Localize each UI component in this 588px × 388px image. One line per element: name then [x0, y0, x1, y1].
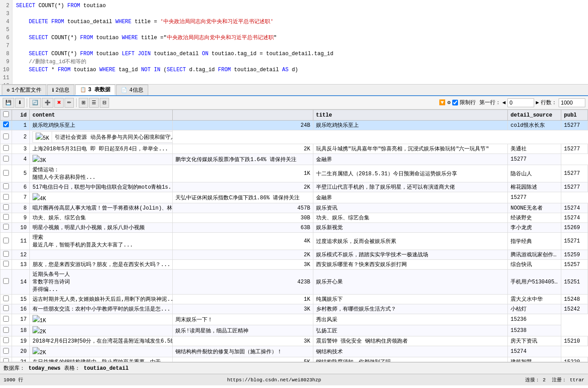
table-row[interactable]: 1 娱乐吃鸡快乐至上 24B 娱乐吃鸡快乐至上 cold恨水长东 15277 — [0, 121, 588, 130]
select-all-checkbox[interactable] — [3, 111, 9, 117]
table-row[interactable]: 17 1K 周末娱乐一下！ 秀出风采 15236 — [0, 314, 588, 325]
row-check-21[interactable] — [0, 357, 12, 363]
row-check-13[interactable] — [0, 260, 12, 270]
table-row[interactable]: 7 4K 天弘中证休闲娱乐指数C净值下跌1.86% 请保持关注 金融界 1527… — [0, 192, 588, 203]
row-id-11: 11 — [12, 233, 30, 250]
row-pub-13: 15257 — [561, 260, 588, 270]
row-check-7[interactable] — [0, 192, 12, 203]
row-check-11[interactable] — [0, 233, 12, 250]
table-row[interactable]: 20 2K 钢结构构件裂纹的修复与加固（施工操作）！ 钢结构技术 15274 — [0, 346, 588, 357]
table-row[interactable]: 12 2K 娱乐模式不娱乐，踏踏实实学学技术一极速战场 腾讯游戏玩家创作联盟 1… — [0, 250, 588, 260]
table-row[interactable]: 2 5K 引进社会资源 动员各界参与共同关心困境和留守儿童 南方日报 15277 — [0, 130, 588, 144]
row-check-8[interactable] — [0, 203, 12, 213]
data-table: id content title detail_source publ 1 娱乐… — [0, 109, 588, 362]
table-row[interactable]: 21 在日益增多的钢结构建筑中，防止腐蚀至关重要。由于... 5K 钢结构防腐须… — [0, 357, 588, 363]
table-row[interactable]: 14 近期头条号一人常数字符当诗词弄得编... 423B 娱乐开心果 手机用户5… — [0, 270, 588, 295]
row-check-12[interactable] — [0, 250, 12, 260]
table-row[interactable]: 16 有一些朋友交流：农村中小学教师平时的娱乐生活是怎... 3K 乡村教师，有… — [0, 304, 588, 314]
toolbar-btn-edit[interactable]: ✏ — [65, 98, 74, 108]
row-check-2[interactable] — [0, 130, 12, 144]
filter-rows-input[interactable] — [559, 98, 585, 107]
filter-start-input[interactable] — [507, 98, 534, 107]
row-check-9[interactable] — [0, 213, 12, 223]
row-check-4[interactable] — [0, 154, 12, 165]
row-check-17[interactable] — [0, 314, 12, 325]
tab-config[interactable]: ⚙ 1个配置文件 — [2, 85, 46, 95]
col-content-header[interactable]: content — [30, 110, 173, 121]
row-source-19: 房天下资讯 — [508, 336, 561, 346]
col-title-header[interactable]: title — [313, 110, 507, 121]
col-source-header[interactable]: detail_source — [508, 110, 561, 121]
toolbar-sep-1 — [27, 98, 27, 107]
col-pub-header[interactable]: publ — [561, 110, 588, 121]
col-check-header[interactable] — [0, 110, 12, 121]
table-icon: 📋 — [80, 87, 86, 93]
toolbar-btn-list[interactable]: ☰ — [89, 98, 99, 108]
toolbar-btn-1[interactable]: 💾 — [3, 98, 14, 108]
row-pub-9: 15274 — [561, 213, 588, 223]
row-content-7: 4K — [30, 192, 173, 203]
table-row[interactable]: 3 上海2018年5月31日电 即 即日起至6月4日，举举全... 2K 玩具反… — [0, 144, 588, 154]
toolbar-btn-delete[interactable]: ✖ — [54, 98, 64, 108]
row-check-19[interactable] — [0, 336, 12, 346]
table-row[interactable]: 18 2K 娱乐!读周星驰，细品工匠精神 弘扬工匠 15238 — [0, 325, 588, 336]
row-check-1[interactable] — [0, 121, 12, 130]
row-title-21: 钢结构防腐须知，你都做到了吗 — [313, 357, 507, 363]
code-content[interactable]: SELECT COUNT(*) FROM toutiao DELETE FROM… — [12, 0, 588, 84]
row-check-6[interactable] — [0, 182, 12, 192]
row-id-15: 15 — [12, 295, 30, 304]
row-source-5: 隐谷山人 — [508, 165, 561, 182]
prev-btn[interactable]: ◀ — [503, 99, 506, 106]
table-row[interactable]: 8 唱片圈再传高层人事大地震！曾一手将蔡依林(Jolin)、林俊... 457B… — [0, 203, 588, 213]
row-check-14[interactable] — [0, 270, 12, 295]
row-source-6: 榕花园陈述 — [508, 182, 561, 192]
row-source-7: 金融界 — [313, 192, 507, 203]
toolbar-btn-2[interactable]: ⬇ — [15, 98, 24, 108]
table-row[interactable]: 6 517电信日今日，联想与中国电信联合定制的moto青柚1s... 2K 半壁… — [0, 182, 588, 192]
row-check-5[interactable] — [0, 165, 12, 182]
next-btn[interactable]: ▶ — [536, 99, 539, 106]
row-check-16[interactable] — [0, 304, 12, 314]
col-size-header — [173, 110, 313, 121]
row-id-17: 17 — [12, 314, 30, 325]
table-row[interactable]: 5 爱情运动： 随猎人今天容易和异性... 1K 十二生肖属猎人（2018.5.… — [0, 165, 588, 182]
row-id-3: 3 — [12, 144, 30, 154]
row-check-3[interactable] — [0, 144, 12, 154]
table-row[interactable]: 13 朋友，您是来西安游玩吗？朋友，您是在西安长大吗？... 3K 西安娱乐哪里… — [0, 260, 588, 270]
row-pub-7: 15277 — [508, 192, 561, 203]
row-pub-21: 15220 — [561, 357, 588, 363]
row-source-15: 震大义水中华 — [508, 295, 561, 304]
toolbar-btn-refresh[interactable]: 🔄 — [29, 98, 41, 108]
tab-info4[interactable]: 📄 4信息 — [116, 85, 148, 95]
table-row[interactable]: 15 远古时期并无人类,女婿娘娘补天后后,用剩下的两块神泥... 1K 纯属娱乐… — [0, 295, 588, 304]
col-id-header[interactable]: id — [12, 110, 30, 121]
table-container[interactable]: id content title detail_source publ 1 娱乐… — [0, 109, 588, 362]
row-check-18[interactable] — [0, 325, 12, 336]
row-content-9: 功夫、娱乐、综艺合集 — [30, 213, 173, 223]
toolbar-btn-cols[interactable]: ⊟ — [100, 98, 109, 108]
config-icon: ⚙ — [7, 87, 10, 93]
table-row[interactable]: 10 明星小视频，明星八卦小视频，娱乐八卦小视频 63B 娱乐新视觉 李小龙虎 … — [0, 223, 588, 233]
tab-tabledata[interactable]: 📋 3 表数据 — [75, 85, 115, 95]
row-check-10[interactable] — [0, 223, 12, 233]
row-content-6: 517电信日今日，联想与中国电信联合定制的moto青柚1s... — [30, 182, 173, 192]
row-title-7: 天弘中证休闲娱乐指数C净值下跌1.86% 请保持关注 — [173, 192, 313, 203]
table-row[interactable]: 9 功夫、娱乐、综艺合集 30B 功夫、娱乐、综艺合集 经谈野史 15274 — [0, 213, 588, 223]
toolbar: 💾 ⬇ 🔄 ➕ ✖ ✏ ⊞ ☰ ⊟ 🔽 ⚙ 限制行 第一行： ◀ ▶ 行数： — [0, 96, 588, 109]
tab-info2[interactable]: ℹ 2信息 — [47, 85, 74, 95]
user-count: 2 — [543, 377, 546, 383]
row-id-21: 21 — [12, 357, 30, 363]
limit-checkbox[interactable] — [452, 100, 458, 105]
row-check-15[interactable] — [0, 295, 12, 304]
row-title-12: 娱乐模式不娱乐，踏踏实实学学技术一极速战场 — [313, 250, 507, 260]
toolbar-btn-add[interactable]: ➕ — [42, 98, 53, 108]
table-row[interactable]: 4 3K 鹏华文化传媒娱乐股票净值下跌1.64% 请保持关注 金融界 15277 — [0, 154, 588, 165]
row-size-9: 30B — [173, 213, 313, 223]
row-title-1: 娱乐吃鸡快乐至上 — [313, 121, 507, 130]
table-row[interactable]: 19 2018年2月6日23时50分，在台湾花莲县附近海域发生6.5级地... … — [0, 336, 588, 346]
toolbar-btn-grid[interactable]: ⊞ — [79, 98, 88, 108]
row-title-3: 玩具反斗城携"玩具嘉年华"惊喜亮相，沉浸式娱乐体验玩转"六一玩具节" — [313, 144, 507, 154]
table-row[interactable]: 11 理索 最近几年，智能手机的普及大大丰富了... 4K 过度追求娱乐，反而会… — [0, 233, 588, 250]
row-source-11: 指学经典 — [508, 233, 561, 250]
row-check-20[interactable] — [0, 346, 12, 357]
